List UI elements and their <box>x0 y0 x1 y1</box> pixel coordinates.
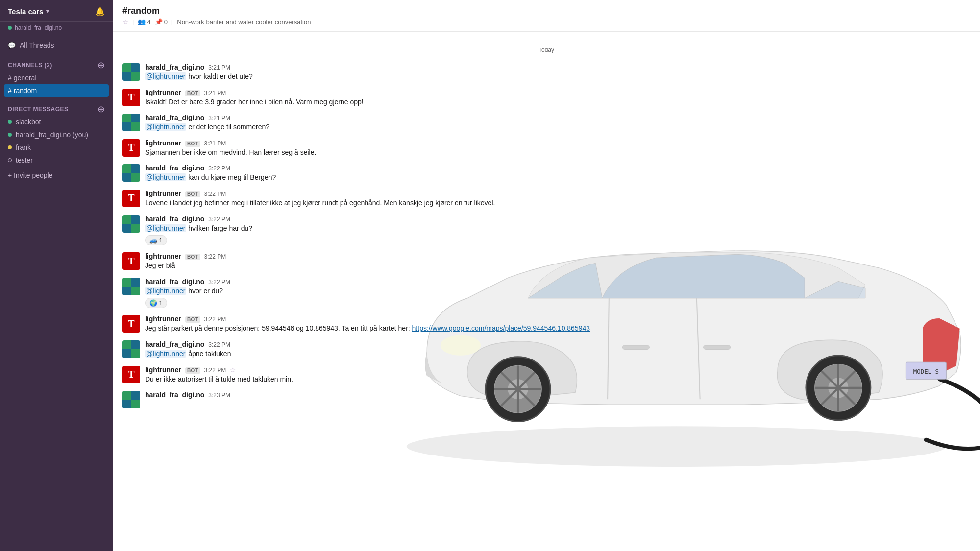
message-row: harald_fra_digi.no 3:21 PM @lightrunner … <box>122 114 970 132</box>
chevron-down-icon: ▾ <box>46 8 49 15</box>
message-content: lightrunner BOT 3:22 PM Lovene i landet … <box>145 190 970 208</box>
all-threads-item[interactable]: 💬 All Threads <box>0 37 113 53</box>
channel-name-general: general <box>14 74 37 82</box>
message-time: 3:22 PM <box>204 253 226 260</box>
message-header: harald_fra_digi.no 3:22 PM <box>145 164 970 172</box>
message-author: harald_fra_digi.no <box>145 278 204 286</box>
mention: @lightrunner <box>145 350 186 358</box>
emoji-reaction[interactable]: 🚙 1 <box>145 235 167 245</box>
message-content: harald_fra_digi.no 3:23 PM <box>145 391 970 408</box>
mention: @lightrunner <box>145 123 186 131</box>
channels-section-header: CHANNELS (2) ⊕ <box>0 53 113 72</box>
meta-divider-2: | <box>172 18 173 25</box>
avatar <box>122 164 140 182</box>
message-text: @lightrunner er det lenge til sommeren? <box>145 122 970 132</box>
message-content: lightrunner BOT 3:22 PM ☆ Du er ikke aut… <box>145 366 970 384</box>
message-text: @lightrunner hvor er du? <box>145 287 970 296</box>
sidebar: Tesla cars ▾ 🔔 harald_fra_digi.no 💬 All … <box>0 0 113 551</box>
workspace-title[interactable]: Tesla cars ▾ <box>8 7 49 16</box>
dm-item-tester[interactable]: tester <box>0 154 113 167</box>
message-row: T lightrunner BOT 3:22 PM Jeg står parke… <box>122 315 970 334</box>
message-time: 3:21 PM <box>208 64 230 71</box>
dm-item-frank[interactable]: frank <box>0 141 113 154</box>
message-row: T lightrunner BOT 3:21 PM Sjømannen ber … <box>122 139 970 158</box>
message-row: T lightrunner BOT 3:21 PM Iskaldt! Det e… <box>122 89 970 107</box>
avatar: T <box>122 252 140 270</box>
bot-badge: BOT <box>185 141 200 147</box>
workspace-name: Tesla cars <box>8 7 43 16</box>
message-header: lightrunner BOT 3:22 PM <box>145 190 970 197</box>
star-icon[interactable]: ☆ <box>122 18 128 25</box>
message-author: harald_fra_digi.no <box>145 215 204 223</box>
message-row: harald_fra_digi.no 3:22 PM @lightrunner … <box>122 215 970 246</box>
message-author: lightrunner <box>145 139 181 147</box>
message-time: 3:21 PM <box>208 115 230 121</box>
today-label: Today <box>533 47 560 53</box>
message-text: Jeg står parkert på denne posisjonen: 59… <box>145 324 970 334</box>
members-icon: 👥 <box>138 18 146 25</box>
avatar <box>122 340 140 358</box>
messages-area[interactable]: MODEL S <box>113 32 980 551</box>
all-threads-label: All Threads <box>20 41 54 49</box>
avatar: T <box>122 366 140 383</box>
message-content: harald_fra_digi.no 3:21 PM @lightrunner … <box>145 63 970 82</box>
bot-badge: BOT <box>185 90 200 96</box>
message-row: harald_fra_digi.no 3:22 PM @lightrunner … <box>122 164 970 183</box>
dm-name-tester: tester <box>16 156 33 164</box>
avatar <box>122 391 140 408</box>
add-channel-button[interactable]: ⊕ <box>98 61 105 70</box>
mention: @lightrunner <box>145 173 186 181</box>
channels-label: CHANNELS (2) <box>8 62 52 69</box>
main-content: #random ☆ | 👥 4 📌 0 | Non-work banter an… <box>113 0 980 551</box>
emoji-reaction[interactable]: 🌍 1 <box>145 298 167 308</box>
sidebar-item-random[interactable]: # random <box>4 84 109 97</box>
message-content: harald_fra_digi.no 3:22 PM @lightrunner … <box>145 340 970 359</box>
avatar: T <box>122 315 140 333</box>
add-dm-button[interactable]: ⊕ <box>98 105 105 114</box>
pin-icon: 📌 <box>155 18 163 25</box>
invite-people-button[interactable]: + Invite people <box>0 167 113 184</box>
message-header: lightrunner BOT 3:22 PM <box>145 252 970 260</box>
members-count: 👥 4 <box>138 18 150 25</box>
dm-name-self: harald_fra_digi.no (you) <box>16 131 88 139</box>
avatar: T <box>122 139 140 157</box>
channel-title: #random <box>122 6 160 16</box>
message-time: 3:22 PM <box>204 316 226 323</box>
star-icon[interactable]: ☆ <box>230 366 236 374</box>
map-link[interactable]: https://www.google.com/maps/place/59.944… <box>412 324 590 332</box>
message-author: harald_fra_digi.no <box>145 391 204 399</box>
message-author: harald_fra_digi.no <box>145 164 204 172</box>
avatar <box>122 114 140 131</box>
invite-label: + Invite people <box>8 171 52 179</box>
bot-badge: BOT <box>185 191 200 197</box>
message-time: 3:22 PM <box>208 341 230 348</box>
message-author: lightrunner <box>145 190 181 197</box>
message-content: lightrunner BOT 3:22 PM Jeg står parkert… <box>145 315 970 334</box>
dm-item-slackbot[interactable]: slackbot <box>0 116 113 128</box>
message-content: harald_fra_digi.no 3:22 PM @lightrunner … <box>145 164 970 183</box>
message-content: harald_fra_digi.no 3:21 PM @lightrunner … <box>145 114 970 132</box>
message-row: harald_fra_digi.no 3:22 PM @lightrunner … <box>122 340 970 359</box>
avatar <box>122 215 140 233</box>
channel-description: Non-work banter and water cooler convers… <box>177 18 311 25</box>
message-author: harald_fra_digi.no <box>145 114 204 121</box>
meta-divider-1: | <box>132 18 134 25</box>
message-author: harald_fra_digi.no <box>145 340 204 348</box>
message-content: harald_fra_digi.no 3:22 PM @lightrunner … <box>145 215 970 246</box>
svg-point-0 <box>407 426 946 467</box>
message-text: @lightrunner hvilken farge har du? <box>145 224 970 234</box>
message-header: harald_fra_digi.no 3:23 PM <box>145 391 970 399</box>
tesla-logo: T <box>128 92 134 103</box>
dm-item-self[interactable]: harald_fra_digi.no (you) <box>0 128 113 141</box>
message-time: 3:22 PM <box>204 367 226 374</box>
pins-number: 0 <box>164 18 168 25</box>
bell-icon[interactable]: 🔔 <box>95 7 105 16</box>
tesla-logo: T <box>128 369 134 380</box>
dm-status-dot-tester <box>8 158 12 162</box>
message-text: Lovene i landet jeg befinner meg i tilla… <box>145 198 970 208</box>
dm-status-dot-frank <box>8 145 12 149</box>
message-row: T lightrunner BOT 3:22 PM Jeg er blå <box>122 252 970 271</box>
message-time: 3:21 PM <box>204 140 226 147</box>
sidebar-item-general[interactable]: # general <box>0 72 113 84</box>
message-content: harald_fra_digi.no 3:22 PM @lightrunner … <box>145 278 970 309</box>
